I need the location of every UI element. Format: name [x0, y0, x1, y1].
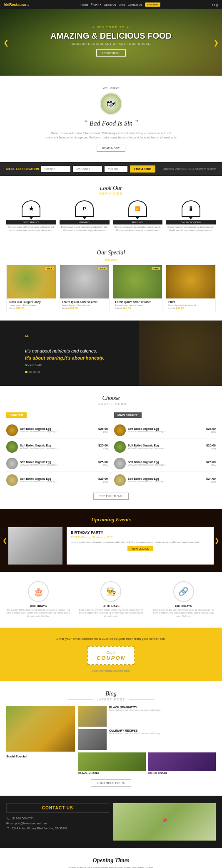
- main-3-price: $25.00: [206, 460, 216, 464]
- contact-title: CONTACT US: [6, 803, 109, 813]
- main-1-weight: 170g: [206, 431, 216, 433]
- find-table-button[interactable]: Find A Table: [130, 165, 155, 173]
- blog-side-posts: BLACK SPAGHETTI Lorem ipsum dolor sit am…: [78, 706, 216, 774]
- dot-2[interactable]: [29, 371, 32, 373]
- starter-3-name: Soft Boiled Organic Egg: [20, 461, 96, 464]
- starter-label: STARTER: [6, 412, 27, 418]
- nav-about[interactable]: About Us: [104, 3, 116, 6]
- nav-pages[interactable]: Pages ▾: [91, 3, 102, 6]
- blog-subtitle-text: LATEST POST: [97, 698, 125, 701]
- contact-phone-row: 📞 (1) 996 066-0771: [6, 817, 109, 820]
- persons-input[interactable]: [41, 166, 70, 172]
- food-card-4: Pizza Lorem ipsum dolor sit amet FROM $4…: [166, 265, 216, 312]
- navigation: 🍽 Restaurant Home Pages ▾ About Us Shop …: [0, 0, 222, 9]
- nav-contact[interactable]: Contact Us: [128, 3, 142, 6]
- nav-links: Home Pages ▾ About Us Shop Contact Us Bo…: [80, 2, 160, 7]
- event-icon-birthday-2: 👨‍🍳 BIRTHDAYS Book a dish for the best T…: [79, 581, 143, 618]
- food-2-name: Lorem ipsum dolor sit amet: [62, 301, 107, 303]
- menu-title: Choose: [6, 395, 216, 402]
- blog-post-1-image: [78, 706, 107, 727]
- contact-address: 1244 Abbot Kinney Blvd, Venice, CA 90291: [12, 827, 67, 830]
- services-section: Look Our SERVICES ★ BEST SERVICE Donec m…: [0, 176, 222, 241]
- dot-4[interactable]: [37, 371, 40, 373]
- quote-open: “: [84, 119, 88, 127]
- hero-cta-button[interactable]: KNOW MORE: [96, 49, 126, 57]
- blog-featured-post[interactable]: Sushi Special: [6, 706, 75, 774]
- see-full-menu-button[interactable]: SEE FULL MENU: [93, 493, 129, 500]
- nav-home[interactable]: Home: [80, 3, 88, 6]
- reservation-bar: MAKE A RESERVATION Find A Table Upcoming…: [0, 162, 222, 176]
- load-more-posts-button[interactable]: LOAD MORE POSTS: [91, 779, 132, 787]
- date-input[interactable]: [73, 166, 102, 172]
- event-arrow-left[interactable]: ❮: [2, 537, 7, 544]
- blog-section: Blog LATEST POST Sushi Special BLACK SPA…: [0, 681, 222, 796]
- starter-1-name: Soft Boiled Organic Egg: [20, 427, 96, 430]
- hero-welcome: ✦ WELCOME TO ✦: [0, 26, 222, 29]
- blog-subtitle-line: LATEST POST: [6, 698, 216, 701]
- starter-1-image: [6, 424, 18, 436]
- blog-post-4-title: PRUNE FINGER: [148, 772, 216, 774]
- main-2-weight: 170g: [206, 447, 216, 450]
- menu-mains-column: MAIN COURSE Soft Boiled Organic Egg With…: [114, 410, 216, 488]
- event-arrow-right[interactable]: ❯: [215, 537, 220, 544]
- blog-post-1[interactable]: BLACK SPAGHETTI Lorem ipsum dolor sit am…: [78, 706, 216, 727]
- nav-cta-button[interactable]: Book Now: [145, 2, 160, 7]
- food-3-name: Lorem ipsum dolor sit amet: [115, 301, 160, 303]
- service-best-icon: ★: [22, 200, 40, 217]
- main-2-name: Soft Boiled Organic Egg: [128, 444, 204, 447]
- social-tw-icon[interactable]: t: [214, 3, 215, 6]
- birthday-cake-icon: 🎂: [28, 581, 49, 602]
- main-item-2: Soft Boiled Organic Egg With wild mushro…: [114, 441, 216, 455]
- main-1-name: Soft Boiled Organic Egg: [128, 427, 204, 430]
- testimonial-bg: [139, 321, 222, 385]
- main-3-weight: 170g: [206, 464, 216, 466]
- nav-shop[interactable]: Shop: [119, 3, 125, 6]
- services-grid: ★ BEST SERVICE Donec magna velit consect…: [6, 200, 216, 232]
- blog-post-3-title: PAPADUM JAFFA: [78, 772, 146, 774]
- hero-arrow-right[interactable]: ❯: [213, 39, 219, 47]
- blog-post-2-image: [78, 729, 107, 750]
- food-card-4-image: [166, 265, 215, 298]
- contact-section: CONTACT US 📞 (1) 996 066-0771 ✉ support@…: [0, 796, 222, 848]
- blog-post-1-title: BLACK SPAGHETTI: [109, 706, 162, 709]
- opening-header: Opening Times: [10, 857, 212, 864]
- event-icon-2-title: BIRTHDAYS: [79, 604, 143, 607]
- starter-item-2: Soft Boiled Organic Egg With wild mushro…: [6, 441, 108, 455]
- time-input[interactable]: [105, 166, 127, 172]
- hero-arrow-left[interactable]: ❮: [3, 39, 9, 47]
- food-1-sub: Lorem ipsum dolor sit amet: [9, 304, 54, 306]
- contact-form-area: CONTACT US 📞 (1) 996 066-0771 ✉ support@…: [6, 803, 109, 841]
- event-view-details-button[interactable]: VIEW DETAILS: [127, 546, 153, 551]
- main-3-name: Soft Boiled Organic Egg: [128, 461, 204, 464]
- quote-readmore-button[interactable]: READ MORE: [97, 145, 125, 152]
- chef-icon: 👨‍🍳: [100, 581, 121, 602]
- service-wifi-label: FREE WIFI: [113, 220, 163, 224]
- quote-description: Donec magna velit consectetur adipiscing…: [45, 131, 178, 140]
- blog-post-4-image: [148, 752, 216, 771]
- sale-badge-3: SALE: [152, 267, 160, 270]
- special-tab-delivery[interactable]: Delivery: [105, 258, 117, 262]
- location-icon: 📍: [6, 827, 10, 830]
- starter-3-desc: With wild mushrooms and asparagus: [20, 464, 96, 466]
- social-gp-icon[interactable]: g: [216, 3, 218, 6]
- blog-post-2-desc: Lorem ipsum dolor sit amet consectetur a…: [109, 732, 162, 735]
- starter-2-name: Soft Boiled Organic Egg: [20, 444, 96, 447]
- starter-1-info: Soft Boiled Organic Egg With wild mushro…: [20, 427, 96, 433]
- blog-post-1-desc: Lorem ipsum dolor sit amet consectetur a…: [109, 709, 162, 712]
- blog-post-3[interactable]: PAPADUM JAFFA: [78, 752, 146, 774]
- event-icons-section: 🎂 BIRTHDAYS Book a dish for the best Tah…: [0, 572, 222, 628]
- quote-main-text: Bad Food Is Sin: [90, 120, 133, 127]
- blog-post-2[interactable]: CULINARY RECIPES Lorem ipsum dolor sit a…: [78, 729, 216, 750]
- quote-close: ”: [134, 119, 138, 127]
- food-card-3-image: SALE: [113, 265, 162, 298]
- food-3-sub: Lorem ipsum dolor sit amet: [115, 304, 160, 306]
- food-4-price: FROM $48.00: [168, 307, 213, 310]
- main-2-image: [114, 441, 126, 453]
- opening-title: Opening Times: [10, 857, 212, 864]
- dot-1[interactable]: [25, 371, 27, 373]
- blog-post-4[interactable]: PRUNE FINGER: [148, 752, 216, 774]
- hero-section: ❮ ✦ WELCOME TO ✦ AMAZING & DELICIOUS FOO…: [0, 9, 222, 76]
- blog-posts-bottom-row: PAPADUM JAFFA PRUNE FINGER: [78, 752, 216, 774]
- dot-3[interactable]: [33, 371, 36, 373]
- social-fb-icon[interactable]: f: [212, 3, 213, 6]
